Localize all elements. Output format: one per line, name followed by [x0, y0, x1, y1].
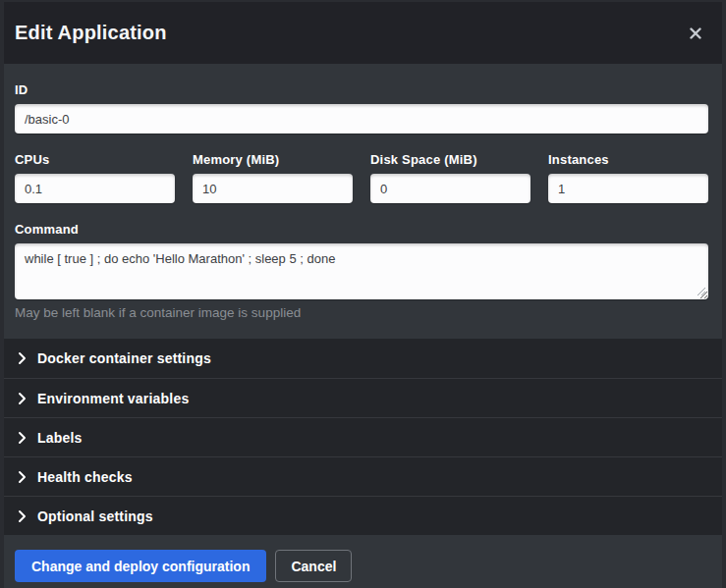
disk-label: Disk Space (MiB) [370, 152, 531, 167]
memory-label: Memory (MiB) [193, 152, 353, 167]
chevron-right-icon [18, 509, 27, 523]
section-label: Optional settings [37, 508, 153, 524]
section-label: Labels [37, 430, 83, 446]
cpus-input[interactable] [15, 174, 175, 203]
command-input[interactable]: while [ true ] ; do echo 'Hello Marathon… [15, 243, 708, 299]
change-and-deploy-button[interactable]: Change and deploy configuration [15, 550, 266, 582]
command-field-group: Command while [ true ] ; do echo 'Hello … [15, 222, 708, 320]
modal-header: Edit Application [4, 2, 722, 64]
memory-field-group: Memory (MiB) [193, 152, 353, 203]
memory-input[interactable] [193, 174, 353, 203]
modal-footer: Change and deploy configuration Cancel [4, 535, 722, 588]
collapsible-sections: Docker container settings Environment va… [4, 339, 722, 535]
id-input[interactable] [15, 104, 708, 134]
resources-row: CPUs Memory (MiB) Disk Space (MiB) Insta… [15, 152, 708, 203]
section-environment-variables[interactable]: Environment variables [4, 378, 722, 417]
section-health-checks[interactable]: Health checks [4, 456, 722, 496]
section-docker-container-settings[interactable]: Docker container settings [4, 339, 722, 378]
modal-backdrop: Edit Application ID CPUs Memory (MiB) [0, 0, 726, 588]
instances-input[interactable] [548, 174, 708, 203]
command-label: Command [15, 222, 708, 237]
chevron-right-icon [18, 392, 27, 405]
chevron-right-icon [18, 351, 27, 365]
chevron-right-icon [18, 431, 27, 445]
id-field-group: ID [15, 82, 708, 134]
modal-body: ID CPUs Memory (MiB) Disk Space (MiB) In [4, 64, 722, 339]
cpus-field-group: CPUs [15, 152, 175, 203]
section-label: Docker container settings [37, 350, 211, 366]
id-label: ID [15, 82, 708, 97]
close-button[interactable] [685, 23, 706, 44]
command-help-text: May be left blank if a container image i… [15, 305, 708, 320]
cancel-button[interactable]: Cancel [275, 550, 352, 582]
chevron-right-icon [18, 470, 27, 484]
disk-input[interactable] [370, 174, 531, 203]
section-labels[interactable]: Labels [4, 417, 722, 456]
instances-label: Instances [548, 152, 708, 167]
section-label: Environment variables [37, 391, 189, 406]
disk-field-group: Disk Space (MiB) [370, 152, 531, 203]
instances-field-group: Instances [548, 152, 708, 203]
command-textarea-wrap: while [ true ] ; do echo 'Hello Marathon… [15, 243, 708, 299]
cpus-label: CPUs [15, 152, 175, 167]
section-optional-settings[interactable]: Optional settings [4, 496, 722, 535]
modal-title: Edit Application [15, 22, 167, 44]
close-icon [690, 27, 701, 39]
edit-application-modal: Edit Application ID CPUs Memory (MiB) [4, 2, 722, 588]
section-label: Health checks [37, 469, 133, 485]
